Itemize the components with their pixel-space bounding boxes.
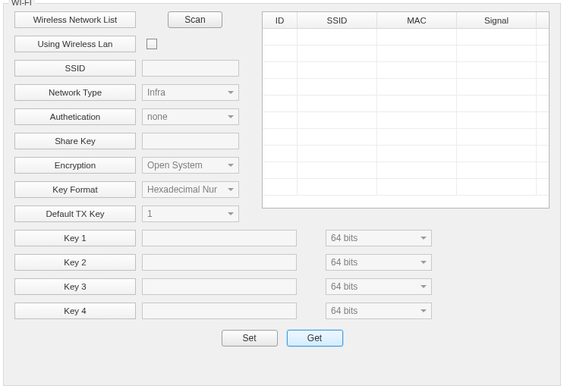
table-cell [298,162,377,179]
chevron-down-icon [228,164,234,167]
keys-area: Key 1 64 bits Key 2 64 bits [14,230,550,319]
label-network-type: Network Type [14,84,136,101]
table-cell [457,79,537,96]
label-key1: Key 1 [14,230,136,246]
default-tx-key-select[interactable]: 1 [142,205,239,222]
col-ssid[interactable]: SSID [298,12,377,29]
table-cell [457,112,537,129]
table-cell [457,179,537,196]
key-format-select[interactable]: Hexadecimal Nur [142,181,239,198]
table-cell [298,179,377,196]
table-cell [298,96,377,112]
table-cell [377,45,457,62]
row-key1: Key 1 64 bits [14,230,550,246]
table-cell [377,96,457,112]
table-cell [377,62,457,79]
table-cell [263,29,298,45]
authentication-select[interactable]: none [142,108,239,125]
label-using-wlan: Using Wireless Lan [14,36,136,52]
encryption-select[interactable]: Open System [142,157,239,174]
label-wireless-list: Wireless Network List [14,11,136,28]
wifi-fieldset: WI-FI Wireless Network List Scan Using W… [3,3,561,386]
table-cell [263,96,298,112]
table-cell [457,96,537,112]
table-cell [377,79,457,96]
table-cell [263,146,298,162]
table-cell [537,45,549,62]
set-button[interactable]: Set [222,330,278,347]
key2-bits-select[interactable]: 64 bits [326,254,432,271]
table-cell [537,146,549,162]
table-cell [537,62,549,79]
row-key2: Key 2 64 bits [14,254,550,271]
chevron-down-icon [228,188,234,191]
table-cell [537,112,549,129]
key4-input[interactable] [142,303,297,319]
network-table[interactable]: ID SSID MAC Signal [262,11,550,209]
row-share-key: Share Key [14,133,242,149]
right-column: ID SSID MAC Signal [262,11,550,222]
table-cell [377,112,457,129]
table-cell [377,162,457,179]
key4-bits-value: 64 bits [331,306,358,316]
label-encryption: Encryption [14,157,136,174]
label-default-tx-key: Default TX Key [14,205,136,222]
ssid-input[interactable] [142,60,239,77]
key1-bits-select[interactable]: 64 bits [326,230,432,246]
table-cell [537,179,549,196]
key1-input[interactable] [142,230,297,246]
label-authentication: Authetication [14,108,136,125]
key4-bits-select[interactable]: 64 bits [326,303,432,319]
table-cell [298,62,377,79]
get-button[interactable]: Get [287,330,343,347]
chevron-down-icon [421,309,427,312]
left-column: Wireless Network List Scan Using Wireles… [14,11,242,222]
table-cell [457,29,537,45]
table-cell [537,129,549,146]
chevron-down-icon [228,115,234,118]
table-cell [298,129,377,146]
label-key2: Key 2 [14,254,136,271]
table-cell [377,29,457,45]
table-cell [298,112,377,129]
table-cell [298,29,377,45]
table-cell [457,45,537,62]
table-cell [263,79,298,96]
label-key4: Key 4 [14,303,136,319]
network-type-select[interactable]: Infra [142,84,239,101]
table-cell [377,146,457,162]
table-cell [263,129,298,146]
share-key-input[interactable] [142,133,239,149]
table-cell [457,146,537,162]
row-key-format: Key Format Hexadecimal Nur [14,181,242,198]
table-cell [537,79,549,96]
chevron-down-icon [421,261,427,264]
chevron-down-icon [228,91,234,94]
col-signal[interactable]: Signal [457,12,537,29]
label-ssid: SSID [14,60,136,77]
chevron-down-icon [421,285,427,288]
key3-input[interactable] [142,278,297,295]
table-cell [457,129,537,146]
key2-input[interactable] [142,254,297,271]
label-key3: Key 3 [14,278,136,295]
row-default-tx-key: Default TX Key 1 [14,205,242,222]
using-wlan-checkbox[interactable] [146,39,157,49]
footer-buttons: Set Get [14,330,550,347]
col-mac[interactable]: MAC [377,12,457,29]
authentication-value: none [147,111,168,122]
key3-bits-select[interactable]: 64 bits [326,278,432,295]
label-key-format: Key Format [14,181,136,198]
col-id[interactable]: ID [263,12,298,29]
chevron-down-icon [228,212,234,215]
table-cell [377,129,457,146]
row-network-type: Network Type Infra [14,84,242,101]
using-wlan-checkbox-wrap [142,39,239,49]
table-cell [537,96,549,112]
chevron-down-icon [421,237,427,240]
scan-button[interactable]: Scan [168,11,222,28]
wifi-config-panel: WI-FI Wireless Network List Scan Using W… [0,0,567,392]
table-cell [263,179,298,196]
table-cell [537,29,549,45]
row-ssid: SSID [14,60,242,77]
